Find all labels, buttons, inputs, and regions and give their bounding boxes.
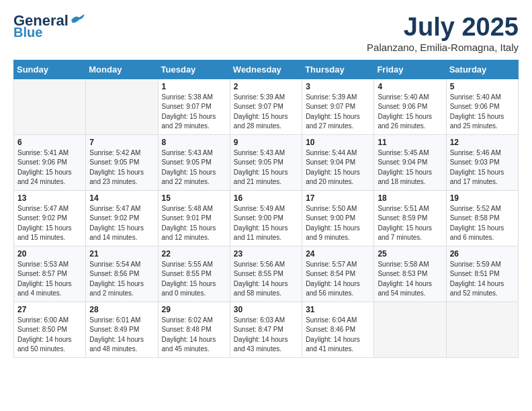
calendar-cell: 19Sunrise: 5:52 AMSunset: 8:58 PMDayligh…: [446, 190, 518, 246]
calendar-cell: 4Sunrise: 5:40 AMSunset: 9:06 PMDaylight…: [374, 79, 446, 134]
day-number: 4: [378, 82, 442, 91]
calendar-cell: 29Sunrise: 6:02 AMSunset: 8:48 PMDayligh…: [158, 302, 230, 357]
calendar-cell: 16Sunrise: 5:49 AMSunset: 9:00 PMDayligh…: [230, 190, 302, 246]
day-number: 2: [234, 82, 298, 91]
calendar-week-row: 6Sunrise: 5:41 AMSunset: 9:06 PMDaylight…: [14, 134, 519, 190]
day-info: Sunrise: 5:55 AMSunset: 8:55 PMDaylight:…: [162, 260, 226, 299]
calendar-cell: 12Sunrise: 5:46 AMSunset: 9:03 PMDayligh…: [446, 134, 518, 190]
weekday-header-wednesday: Wednesday: [230, 60, 302, 79]
day-number: 20: [17, 249, 82, 259]
day-info: Sunrise: 5:54 AMSunset: 8:56 PMDaylight:…: [89, 260, 154, 299]
day-info: Sunrise: 5:48 AMSunset: 9:01 PMDaylight:…: [162, 204, 226, 243]
day-info: Sunrise: 5:59 AMSunset: 8:51 PMDaylight:…: [450, 260, 515, 299]
calendar-cell: 31Sunrise: 6:04 AMSunset: 8:46 PMDayligh…: [302, 302, 374, 357]
day-info: Sunrise: 5:51 AMSunset: 8:59 PMDaylight:…: [378, 204, 442, 243]
calendar-week-row: 27Sunrise: 6:00 AMSunset: 8:50 PMDayligh…: [14, 302, 519, 357]
calendar-cell: 28Sunrise: 6:01 AMSunset: 8:49 PMDayligh…: [86, 302, 158, 357]
day-info: Sunrise: 5:39 AMSunset: 9:07 PMDaylight:…: [234, 93, 298, 132]
weekday-header-row: SundayMondayTuesdayWednesdayThursdayFrid…: [14, 60, 519, 79]
calendar-cell: 13Sunrise: 5:47 AMSunset: 9:02 PMDayligh…: [14, 190, 86, 246]
day-number: 13: [17, 193, 82, 203]
calendar-cell: 15Sunrise: 5:48 AMSunset: 9:01 PMDayligh…: [158, 190, 230, 246]
calendar-week-row: 20Sunrise: 5:53 AMSunset: 8:57 PMDayligh…: [14, 246, 519, 302]
day-number: 22: [162, 249, 226, 259]
calendar-cell: 3Sunrise: 5:39 AMSunset: 9:07 PMDaylight…: [302, 79, 374, 134]
day-info: Sunrise: 5:40 AMSunset: 9:06 PMDaylight:…: [378, 93, 442, 132]
day-info: Sunrise: 5:44 AMSunset: 9:04 PMDaylight:…: [306, 148, 370, 187]
weekday-header-sunday: Sunday: [14, 60, 86, 79]
day-number: 3: [306, 82, 370, 91]
logo-bird-icon: [70, 13, 85, 26]
day-number: 27: [17, 305, 82, 314]
calendar-cell: 9Sunrise: 5:43 AMSunset: 9:05 PMDaylight…: [230, 134, 302, 190]
calendar-week-row: 1Sunrise: 5:38 AMSunset: 9:07 PMDaylight…: [14, 79, 519, 134]
day-number: 21: [89, 249, 154, 259]
day-number: 15: [162, 193, 226, 203]
day-info: Sunrise: 5:56 AMSunset: 8:55 PMDaylight:…: [234, 260, 298, 299]
calendar-cell: 24Sunrise: 5:57 AMSunset: 8:54 PMDayligh…: [302, 246, 374, 302]
day-info: Sunrise: 5:43 AMSunset: 9:05 PMDaylight:…: [162, 148, 226, 187]
day-number: 5: [450, 82, 515, 91]
day-info: Sunrise: 5:53 AMSunset: 8:57 PMDaylight:…: [17, 260, 82, 299]
day-info: Sunrise: 5:49 AMSunset: 9:00 PMDaylight:…: [234, 204, 298, 243]
title-area: July 2025 Palanzano, Emilia-Romagna, Ita…: [367, 13, 519, 53]
day-number: 19: [450, 193, 515, 203]
day-info: Sunrise: 5:45 AMSunset: 9:04 PMDaylight:…: [378, 148, 442, 187]
weekday-header-saturday: Saturday: [446, 60, 518, 79]
calendar-cell: 5Sunrise: 5:40 AMSunset: 9:06 PMDaylight…: [446, 79, 518, 134]
day-info: Sunrise: 5:57 AMSunset: 8:54 PMDaylight:…: [306, 260, 370, 299]
calendar-cell: 11Sunrise: 5:45 AMSunset: 9:04 PMDayligh…: [374, 134, 446, 190]
day-number: 18: [378, 193, 442, 203]
day-info: Sunrise: 5:40 AMSunset: 9:06 PMDaylight:…: [450, 93, 515, 132]
calendar-cell: [86, 79, 158, 134]
day-info: Sunrise: 5:47 AMSunset: 9:02 PMDaylight:…: [89, 204, 154, 243]
day-number: 8: [162, 138, 226, 147]
day-info: Sunrise: 5:52 AMSunset: 8:58 PMDaylight:…: [450, 204, 515, 243]
day-number: 29: [162, 305, 226, 314]
weekday-header-thursday: Thursday: [302, 60, 374, 79]
day-info: Sunrise: 6:00 AMSunset: 8:50 PMDaylight:…: [17, 316, 82, 355]
day-number: 25: [378, 249, 442, 259]
day-info: Sunrise: 5:50 AMSunset: 9:00 PMDaylight:…: [306, 204, 370, 243]
calendar-cell: 17Sunrise: 5:50 AMSunset: 9:00 PMDayligh…: [302, 190, 374, 246]
day-number: 6: [17, 138, 82, 147]
weekday-header-tuesday: Tuesday: [158, 60, 230, 79]
calendar-cell: 2Sunrise: 5:39 AMSunset: 9:07 PMDaylight…: [230, 79, 302, 134]
day-info: Sunrise: 5:42 AMSunset: 9:05 PMDaylight:…: [89, 148, 154, 187]
day-info: Sunrise: 5:58 AMSunset: 8:53 PMDaylight:…: [378, 260, 442, 299]
day-number: 9: [234, 138, 298, 147]
calendar-cell: 1Sunrise: 5:38 AMSunset: 9:07 PMDaylight…: [158, 79, 230, 134]
day-info: Sunrise: 5:46 AMSunset: 9:03 PMDaylight:…: [450, 148, 515, 187]
day-number: 17: [306, 193, 370, 203]
day-info: Sunrise: 6:04 AMSunset: 8:46 PMDaylight:…: [306, 316, 370, 355]
logo: General Blue: [13, 13, 85, 39]
calendar-cell: 18Sunrise: 5:51 AMSunset: 8:59 PMDayligh…: [374, 190, 446, 246]
calendar-cell: 30Sunrise: 6:03 AMSunset: 8:47 PMDayligh…: [230, 302, 302, 357]
day-info: Sunrise: 6:02 AMSunset: 8:48 PMDaylight:…: [162, 316, 226, 355]
calendar-cell: 6Sunrise: 5:41 AMSunset: 9:06 PMDaylight…: [14, 134, 86, 190]
calendar-week-row: 13Sunrise: 5:47 AMSunset: 9:02 PMDayligh…: [14, 190, 519, 246]
day-info: Sunrise: 5:39 AMSunset: 9:07 PMDaylight:…: [306, 93, 370, 132]
day-number: 10: [306, 138, 370, 147]
calendar-cell: 14Sunrise: 5:47 AMSunset: 9:02 PMDayligh…: [86, 190, 158, 246]
day-info: Sunrise: 6:03 AMSunset: 8:47 PMDaylight:…: [234, 316, 298, 355]
day-number: 28: [89, 305, 154, 314]
calendar-cell: 26Sunrise: 5:59 AMSunset: 8:51 PMDayligh…: [446, 246, 518, 302]
day-number: 7: [89, 138, 154, 147]
calendar-cell: 8Sunrise: 5:43 AMSunset: 9:05 PMDaylight…: [158, 134, 230, 190]
day-number: 24: [306, 249, 370, 259]
month-title: July 2025: [367, 13, 519, 42]
logo-blue: Blue: [13, 26, 42, 39]
day-number: 31: [306, 305, 370, 314]
weekday-header-friday: Friday: [374, 60, 446, 79]
calendar-cell: 10Sunrise: 5:44 AMSunset: 9:04 PMDayligh…: [302, 134, 374, 190]
day-number: 30: [234, 305, 298, 314]
day-info: Sunrise: 5:43 AMSunset: 9:05 PMDaylight:…: [234, 148, 298, 187]
day-number: 11: [378, 138, 442, 147]
calendar-cell: [14, 79, 86, 134]
location-title: Palanzano, Emilia-Romagna, Italy: [367, 42, 519, 53]
calendar-table: SundayMondayTuesdayWednesdayThursdayFrid…: [13, 60, 519, 358]
day-info: Sunrise: 5:47 AMSunset: 9:02 PMDaylight:…: [17, 204, 82, 243]
day-number: 14: [89, 193, 154, 203]
calendar-cell: 23Sunrise: 5:56 AMSunset: 8:55 PMDayligh…: [230, 246, 302, 302]
